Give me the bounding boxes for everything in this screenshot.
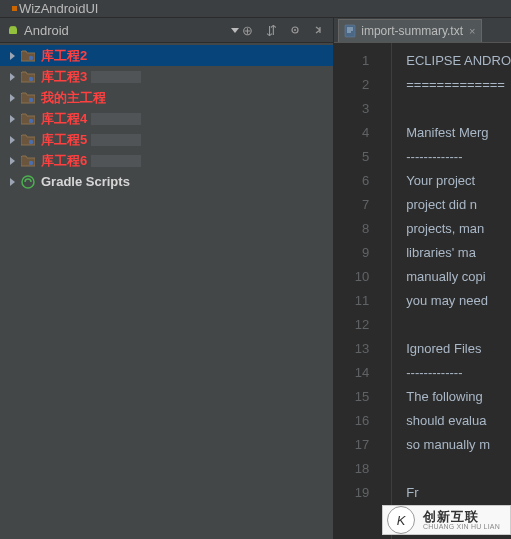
redacted-text	[91, 155, 141, 167]
watermark-logo: K	[387, 506, 415, 534]
line-number: 11	[334, 289, 391, 313]
watermark-py: CHUANG XIN HU LIAN	[423, 523, 500, 530]
tree-item-label: 库工程6	[41, 152, 87, 170]
tree-item-module[interactable]: 库工程4	[0, 108, 333, 129]
window-title-text: WizAndroidUI	[19, 1, 98, 16]
main-area: Android ⊕ ⇵ 库工程2库工程3我的主工程库工程4库工程5库工程6Gra…	[0, 18, 511, 539]
code-line[interactable]: Ignored Files	[406, 337, 511, 361]
expand-arrow-icon[interactable]	[10, 52, 15, 60]
chevron-down-icon[interactable]	[231, 28, 239, 33]
editor-code[interactable]: ECLIPSE ANDRO=============Manifest Merg-…	[392, 43, 511, 539]
svg-point-6	[29, 76, 33, 80]
code-line[interactable]: ECLIPSE ANDRO	[406, 49, 511, 73]
editor-tab-bar[interactable]: import-summary.txt ×	[334, 18, 511, 43]
redacted-text	[91, 71, 141, 83]
svg-point-5	[29, 55, 33, 59]
svg-point-4	[294, 29, 296, 31]
code-line[interactable]: Manifest Merg	[406, 121, 511, 145]
code-line[interactable]: projects, man	[406, 217, 511, 241]
tree-item-label: 库工程5	[41, 131, 87, 149]
code-line[interactable]: libraries' ma	[406, 241, 511, 265]
tree-item-label: 我的主工程	[41, 89, 106, 107]
split-icon[interactable]: ⇵	[263, 22, 279, 38]
code-line[interactable]: manually copi	[406, 265, 511, 289]
code-line[interactable]: you may need	[406, 289, 511, 313]
watermark: K 创新互联 CHUANG XIN HU LIAN	[382, 505, 511, 535]
redacted-text	[91, 113, 141, 125]
code-line[interactable]: =============	[406, 73, 511, 97]
folder-icon	[21, 50, 35, 62]
window-icon	[12, 6, 17, 11]
svg-rect-0	[9, 28, 17, 34]
code-line[interactable]: so manually m	[406, 433, 511, 457]
svg-point-8	[29, 118, 33, 122]
svg-rect-12	[345, 25, 355, 37]
editor[interactable]: 12345678910111213141516171819 ECLIPSE AN…	[334, 43, 511, 539]
close-icon[interactable]: ×	[467, 25, 477, 37]
expand-arrow-icon[interactable]	[10, 136, 15, 144]
expand-arrow-icon[interactable]	[10, 178, 15, 186]
window-title: WizAndroidUI	[0, 0, 511, 18]
tree-item-label: 库工程3	[41, 68, 87, 86]
target-icon[interactable]: ⊕	[239, 22, 255, 38]
android-icon	[6, 23, 20, 37]
code-line[interactable]: Fr	[406, 481, 511, 505]
line-number: 13	[334, 337, 391, 361]
line-number: 9	[334, 241, 391, 265]
watermark-cn: 创新互联	[423, 510, 500, 523]
editor-panel: import-summary.txt × 1234567891011121314…	[334, 18, 511, 539]
line-number: 16	[334, 409, 391, 433]
folder-icon	[21, 92, 35, 104]
collapse-icon[interactable]	[311, 22, 327, 38]
code-line[interactable]: project did n	[406, 193, 511, 217]
folder-icon	[21, 134, 35, 146]
editor-gutter: 12345678910111213141516171819	[334, 43, 392, 539]
tab-import-summary[interactable]: import-summary.txt ×	[338, 19, 482, 42]
project-panel-header[interactable]: Android ⊕ ⇵	[0, 18, 333, 43]
line-number: 12	[334, 313, 391, 337]
expand-arrow-icon[interactable]	[10, 73, 15, 81]
expand-arrow-icon[interactable]	[10, 115, 15, 123]
svg-point-11	[22, 176, 34, 188]
expand-arrow-icon[interactable]	[10, 94, 15, 102]
code-line[interactable]	[406, 457, 511, 481]
panel-header-actions: ⊕ ⇵	[239, 22, 327, 38]
code-line[interactable]	[406, 97, 511, 121]
folder-icon	[21, 71, 35, 83]
tree-item-module[interactable]: 库工程3	[0, 66, 333, 87]
code-line[interactable]: should evalua	[406, 409, 511, 433]
gear-icon[interactable]	[287, 22, 303, 38]
svg-point-7	[29, 97, 33, 101]
line-number: 14	[334, 361, 391, 385]
code-line[interactable]: -------------	[406, 145, 511, 169]
tree-item-label: 库工程4	[41, 110, 87, 128]
svg-point-9	[29, 139, 33, 143]
panel-view-label[interactable]: Android	[24, 23, 227, 38]
line-number: 10	[334, 265, 391, 289]
tree-item-module[interactable]: 库工程6	[0, 150, 333, 171]
svg-point-10	[29, 160, 33, 164]
tree-item-module[interactable]: 库工程5	[0, 129, 333, 150]
code-line[interactable]	[406, 313, 511, 337]
text-file-icon	[343, 24, 357, 38]
tree-item-label: Gradle Scripts	[41, 174, 130, 189]
tree-item-gradle-scripts[interactable]: Gradle Scripts	[0, 171, 333, 192]
folder-icon	[21, 113, 35, 125]
tree-item-module[interactable]: 库工程2	[0, 45, 333, 66]
code-line[interactable]: The following	[406, 385, 511, 409]
tab-label: import-summary.txt	[361, 24, 463, 38]
line-number: 17	[334, 433, 391, 457]
line-number: 8	[334, 217, 391, 241]
expand-arrow-icon[interactable]	[10, 157, 15, 165]
redacted-text	[91, 134, 141, 146]
project-tree[interactable]: 库工程2库工程3我的主工程库工程4库工程5库工程6Gradle Scripts	[0, 43, 333, 539]
gradle-icon	[21, 175, 35, 189]
line-number: 6	[334, 169, 391, 193]
code-line[interactable]: -------------	[406, 361, 511, 385]
folder-icon	[21, 155, 35, 167]
line-number: 1	[334, 49, 391, 73]
line-number: 7	[334, 193, 391, 217]
line-number: 2	[334, 73, 391, 97]
code-line[interactable]: Your project	[406, 169, 511, 193]
tree-item-module[interactable]: 我的主工程	[0, 87, 333, 108]
